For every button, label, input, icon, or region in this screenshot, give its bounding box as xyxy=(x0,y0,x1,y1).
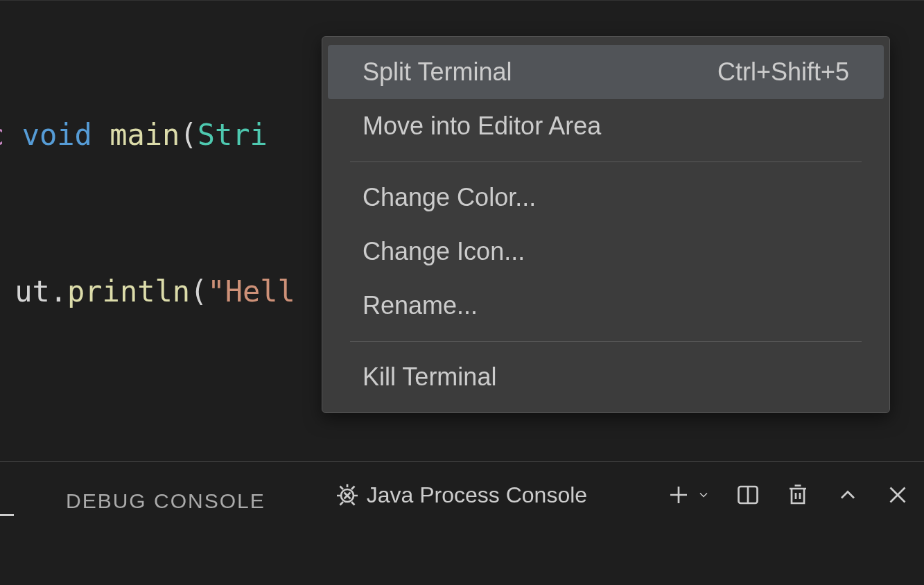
menu-item-label: Kill Terminal xyxy=(363,363,496,392)
code-token: main xyxy=(110,118,180,152)
plus-icon xyxy=(666,482,691,507)
tab-active-indicator xyxy=(0,500,14,516)
code-token: void xyxy=(22,118,92,152)
menu-divider xyxy=(350,341,862,342)
menu-item-change-color[interactable]: Change Color... xyxy=(328,171,884,225)
menu-item-split-terminal[interactable]: Split Terminal Ctrl+Shift+5 xyxy=(328,45,884,99)
code-token: ( xyxy=(180,118,197,152)
close-icon[interactable] xyxy=(885,482,910,507)
split-panel-icon[interactable] xyxy=(735,482,760,507)
code-token: Stri xyxy=(198,118,268,152)
code-token: ut xyxy=(15,274,50,308)
bottom-panel: DEBUG CONSOLE Java Process Console xyxy=(0,461,924,585)
menu-item-rename[interactable]: Rename... xyxy=(328,279,884,333)
chevron-up-icon[interactable] xyxy=(835,482,860,507)
code-token: c xyxy=(0,118,4,152)
menu-item-label: Move into Editor Area xyxy=(363,112,601,141)
menu-item-label: Rename... xyxy=(363,291,478,320)
code-token: ( xyxy=(190,274,207,308)
menu-item-kill-terminal[interactable]: Kill Terminal xyxy=(328,350,884,404)
menu-item-change-icon[interactable]: Change Icon... xyxy=(328,225,884,279)
debug-icon xyxy=(335,483,360,508)
terminal-name-label: Java Process Console xyxy=(367,482,587,508)
tab-debug-console[interactable]: DEBUG CONSOLE xyxy=(55,482,276,520)
panel-actions xyxy=(666,482,910,507)
menu-item-label: Split Terminal xyxy=(363,58,512,87)
code-token: println xyxy=(67,274,190,308)
menu-item-label: Change Icon... xyxy=(363,237,525,266)
menu-item-shortcut: Ctrl+Shift+5 xyxy=(717,58,849,87)
context-menu: Split Terminal Ctrl+Shift+5 Move into Ed… xyxy=(322,36,890,413)
menu-divider xyxy=(350,161,862,162)
new-terminal-button[interactable] xyxy=(666,482,711,507)
menu-item-label: Change Color... xyxy=(363,183,536,212)
menu-item-move-into-editor[interactable]: Move into Editor Area xyxy=(328,99,884,153)
code-token: . xyxy=(50,274,67,308)
code-token: "Hell xyxy=(207,274,295,308)
trash-icon[interactable] xyxy=(785,482,810,507)
terminal-info[interactable]: Java Process Console xyxy=(335,482,587,508)
chevron-down-icon[interactable] xyxy=(697,488,711,502)
